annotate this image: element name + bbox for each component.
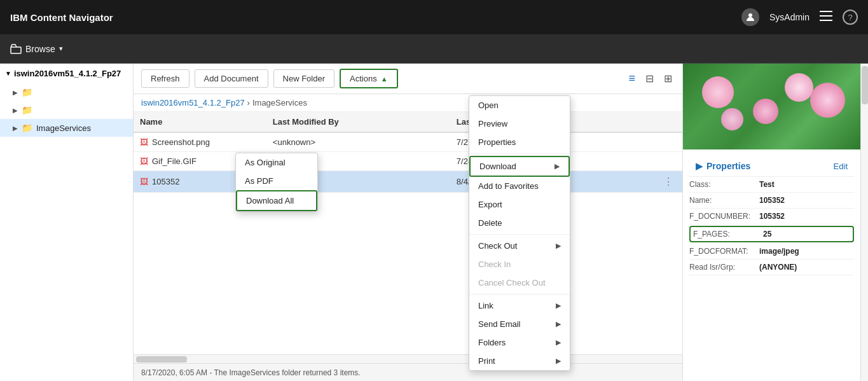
sidebar-item-folder2[interactable]: ▶ 📁 xyxy=(0,101,133,119)
download-submenu: As Original As PDF Download All xyxy=(235,153,318,212)
lily-bg xyxy=(683,64,860,149)
horizontal-scrollbar[interactable] xyxy=(134,354,682,363)
folder-icon: 📁 xyxy=(22,87,32,97)
prop-label-name: Name: xyxy=(689,196,759,205)
right-panel: ▶ Properties Edit Class: Test Name: 1053… xyxy=(682,64,860,381)
svg-rect-2 xyxy=(820,15,832,17)
col-header-modified-by: Last Modified By xyxy=(266,112,450,132)
sidebar: ▼ iswin2016vm51_4.1.2_Fp27 ▶ 📁 ▶ 📁 ▶ 📁 I… xyxy=(0,64,134,381)
svg-rect-3 xyxy=(820,20,832,21)
download-arrow-icon: ▶ xyxy=(555,162,560,170)
prop-value-docnumber: 105352 xyxy=(759,212,854,221)
file-icon: 🖼 xyxy=(140,156,148,166)
link-arrow-icon: ▶ xyxy=(556,301,561,310)
expand-arrow-icon: ▶ xyxy=(13,89,18,96)
context-menu-item-add-favorites[interactable]: Add to Favorites xyxy=(469,177,570,195)
user-avatar-icon xyxy=(741,8,759,26)
context-menu-item-check-out[interactable]: Check Out ▶ xyxy=(469,237,570,255)
lily-flower-5 xyxy=(810,83,845,118)
col-header-name: Name xyxy=(134,112,266,132)
sidebar-collapse-arrow: ▼ xyxy=(5,70,11,77)
context-menu-item-open[interactable]: Open xyxy=(469,96,570,114)
file-icon: 🖼 xyxy=(140,137,148,147)
properties-panel: ▶ Properties Edit Class: Test Name: 1053… xyxy=(683,149,860,381)
add-document-button[interactable]: Add Document xyxy=(195,69,268,88)
detail-view-icon[interactable]: ⊟ xyxy=(643,71,656,86)
submenu-item-download-all[interactable]: Download All xyxy=(236,190,317,211)
check-out-arrow-icon: ▶ xyxy=(556,242,561,250)
vertical-scrollbar[interactable] xyxy=(860,64,868,381)
prop-value-readisr: (ANYONE) xyxy=(759,263,854,272)
new-folder-button[interactable]: New Folder xyxy=(273,69,334,88)
prop-value-name: 105352 xyxy=(759,196,854,205)
triangle-icon: ▶ xyxy=(696,161,703,171)
context-menu-item-preview[interactable]: Preview xyxy=(469,114,570,133)
status-message: 8/17/2020, 6:05 AM - The ImageServices f… xyxy=(141,368,361,377)
username: SysAdmin xyxy=(769,12,809,22)
actions-button[interactable]: Actions ▲ xyxy=(340,69,398,88)
file-icon: 🖼 xyxy=(140,177,148,186)
grid-view-icon[interactable]: ⊞ xyxy=(661,71,675,86)
context-menu-item-folders[interactable]: Folders ▶ xyxy=(469,333,570,352)
svg-point-0 xyxy=(748,13,752,17)
sidebar-item-folder1[interactable]: ▶ 📁 xyxy=(0,83,133,101)
send-email-arrow-icon: ▶ xyxy=(556,320,561,328)
prop-label-class: Class: xyxy=(689,180,759,189)
context-menu-item-check-in: Check In xyxy=(469,255,570,274)
properties-edit-button[interactable]: Edit xyxy=(834,162,848,171)
content-area: Refresh Add Document New Folder Actions … xyxy=(134,64,682,381)
context-menu-item-properties[interactable]: Properties xyxy=(469,133,570,151)
print-arrow-icon: ▶ xyxy=(556,357,561,365)
help-icon[interactable]: ? xyxy=(843,10,858,25)
context-menu-item-print[interactable]: Print ▶ xyxy=(469,352,570,370)
folder-icon: 📁 xyxy=(22,105,32,115)
prop-row-docnumber: F_DOCNUMBER: 105352 xyxy=(689,209,854,225)
row-options[interactable]: ⋮ xyxy=(654,171,682,193)
prop-row-name: Name: 105352 xyxy=(689,193,854,209)
folder-icon: 📁 xyxy=(22,123,32,133)
context-menu-item-export[interactable]: Export xyxy=(469,195,570,214)
prop-label-pages: F_PAGES: xyxy=(693,230,763,239)
app-title: IBM Content Navigator xyxy=(10,12,113,23)
table-row-selected[interactable]: 🖼105352 <unknown> 8/4/2020, 5:00 AM ⋮ xyxy=(134,171,682,193)
sidebar-item-imageservices[interactable]: ▶ 📁 ImageServices xyxy=(0,119,133,137)
sidebar-root-label: iswin2016vm51_4.1.2_Fp27 xyxy=(14,69,121,78)
file-name-cell: 🖼Screenshot.png xyxy=(134,132,266,152)
submenu-item-as-original[interactable]: As Original xyxy=(236,153,317,172)
folders-arrow-icon: ▶ xyxy=(556,338,561,347)
breadcrumb: iswin2016vm51_4.1.2_Fp27 › ImageServices xyxy=(134,94,682,112)
sidebar-root-item[interactable]: ▼ iswin2016vm51_4.1.2_Fp27 xyxy=(0,64,133,83)
context-menu-item-send-email[interactable]: Send Email ▶ xyxy=(469,315,570,333)
svg-rect-1 xyxy=(820,11,832,12)
browse-button[interactable]: Browse ▾ xyxy=(10,44,63,54)
submenu-item-as-pdf[interactable]: As PDF xyxy=(236,172,317,190)
context-menu: Open Preview Properties Download ▶ Add t… xyxy=(469,95,570,371)
hamburger-icon[interactable] xyxy=(820,11,832,24)
context-menu-item-delete[interactable]: Delete xyxy=(469,214,570,232)
breadcrumb-root[interactable]: iswin2016vm51_4.1.2_Fp27 xyxy=(141,98,245,107)
table-row[interactable]: 🖼Gif_File.GIF <unknown> 7/24/2020, 5:00 … xyxy=(134,152,682,171)
prop-row-class: Class: Test xyxy=(689,177,854,193)
expand-arrow-icon: ▶ xyxy=(13,125,18,132)
prop-value-docformat: image/jpeg xyxy=(759,247,854,256)
context-menu-item-link[interactable]: Link ▶ xyxy=(469,296,570,315)
lily-flower-1 xyxy=(702,76,734,108)
browse-bar: Browse ▾ xyxy=(0,34,868,64)
context-menu-divider3 xyxy=(469,294,570,294)
file-table: Name Last Modified By Last Modification … xyxy=(134,112,682,193)
prop-label-docnumber: F_DOCNUMBER: xyxy=(689,212,759,221)
lily-flower-4 xyxy=(721,108,743,130)
modified-by-cell: <unknown> xyxy=(266,132,450,152)
prop-row-pages: F_PAGES: 25 xyxy=(689,226,854,242)
context-menu-item-download[interactable]: Download ▶ xyxy=(469,156,570,177)
view-icons: ≡ ⊟ ⊞ xyxy=(626,71,675,87)
table-row[interactable]: 🖼Screenshot.png <unknown> 7/27/2020, 5:0… xyxy=(134,132,682,152)
prop-value-class: Test xyxy=(759,180,854,189)
list-view-icon[interactable]: ≡ xyxy=(626,71,638,87)
context-menu-divider1 xyxy=(469,153,570,154)
toolbar: Refresh Add Document New Folder Actions … xyxy=(134,64,682,94)
scroll-thumb xyxy=(862,66,868,104)
refresh-button[interactable]: Refresh xyxy=(141,69,189,88)
main-layout: ▼ iswin2016vm51_4.1.2_Fp27 ▶ 📁 ▶ 📁 ▶ 📁 I… xyxy=(0,64,868,381)
prop-label-readisr: Read Isr/Grp: xyxy=(689,263,759,272)
